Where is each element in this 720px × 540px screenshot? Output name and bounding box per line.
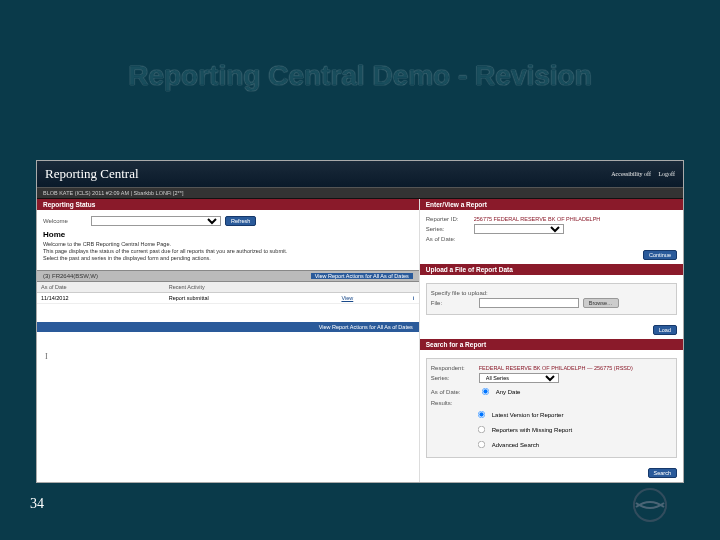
reporter-id-value: 256775 FEDERAL RESERVE BK OF PHILADELPH (474, 216, 601, 222)
series-select[interactable] (474, 224, 564, 234)
load-button[interactable]: Load (653, 325, 677, 335)
upload-header: Upload a File of Report Data (420, 264, 683, 275)
right-column: Enter/View a Report Reporter ID: 256775 … (420, 199, 683, 482)
inbox-title: (3) FR2644(BSW,W) (43, 273, 98, 279)
results-radio-1[interactable] (478, 411, 485, 418)
refresh-button[interactable]: Refresh (225, 216, 256, 226)
search-respondent-label: Respondent: (431, 365, 475, 371)
results-radio-2[interactable] (478, 426, 485, 433)
accessibility-link[interactable]: Accessibility off (611, 171, 651, 177)
file-label: File: (431, 300, 475, 306)
search-asof-label: As of Date: (431, 389, 475, 395)
cell-asof: 11/14/2012 (37, 293, 165, 304)
file-input[interactable] (479, 298, 579, 308)
search-header: Search for a Report (420, 339, 683, 350)
col-activity: Recent Activity (165, 282, 338, 293)
asof-any-label: Any Date (496, 389, 521, 395)
results-opt-2: Reporters with Missing Report (492, 427, 572, 433)
continue-button[interactable]: Continue (643, 250, 677, 260)
info-icon[interactable]: i (409, 293, 419, 304)
table-row: 11/14/2012 Report submittal View i (37, 293, 419, 304)
home-heading: Home (43, 230, 413, 239)
welcome-label: Welcome (43, 218, 87, 224)
view-actions-bar[interactable]: View Report Actions for All As of Dates (37, 322, 419, 332)
results-opt-3: Advanced Search (492, 442, 539, 448)
slide-title: Reporting Central Demo - Revision (0, 60, 720, 92)
inbox-table: As of Date Recent Activity 11/14/2012 Re… (37, 282, 419, 304)
search-series-select[interactable]: All Series (479, 373, 559, 383)
page-number: 34 (30, 496, 44, 512)
respondent-select[interactable] (91, 216, 221, 226)
enter-view-header: Enter/View a Report (420, 199, 683, 210)
text-cursor: I (37, 332, 419, 380)
search-respondent-value: FEDERAL RESERVE BK OF PHILADELPH — 25677… (479, 365, 633, 371)
logoff-link[interactable]: Logoff (658, 171, 675, 177)
slide-logo-icon (630, 485, 670, 525)
results-label: Results: (431, 400, 475, 406)
results-radio-3[interactable] (478, 441, 485, 448)
col-asof: As of Date (37, 282, 165, 293)
left-column: Reporting Status Welcome Refresh Home We… (37, 199, 420, 482)
asof-radio-any[interactable] (482, 388, 489, 395)
inbox-header-link[interactable]: View Report Actions for All As of Dates (311, 273, 413, 279)
results-opt-1: Latest Version for Reporter (492, 412, 564, 418)
app-header: Reporting Central Accessibility off Logo… (37, 161, 683, 187)
app-window: Reporting Central Accessibility off Logo… (36, 160, 684, 483)
col-action (337, 282, 408, 293)
series-label: Series: (426, 226, 470, 232)
app-brand: Reporting Central (45, 166, 139, 182)
view-link[interactable]: View (341, 295, 353, 301)
search-button[interactable]: Search (648, 468, 677, 478)
file-spec-label: Specify file to upload: (431, 290, 488, 296)
cell-activity: Report submittal (165, 293, 338, 304)
asof-label: As of Date: (426, 236, 470, 242)
inbox-header: (3) FR2644(BSW,W) View Report Actions fo… (37, 270, 419, 282)
reporting-status-header: Reporting Status (37, 199, 419, 210)
browse-button[interactable]: Browse… (583, 298, 619, 308)
user-bar: BLOB KATE (ICLS) 2011 #2:09 AM | Sbarkbb… (37, 187, 683, 199)
reporter-id-label: Reporter ID: (426, 216, 470, 222)
search-series-label: Series: (431, 375, 475, 381)
home-desc: Welcome to the CRB Reporting Central Hom… (43, 241, 413, 262)
